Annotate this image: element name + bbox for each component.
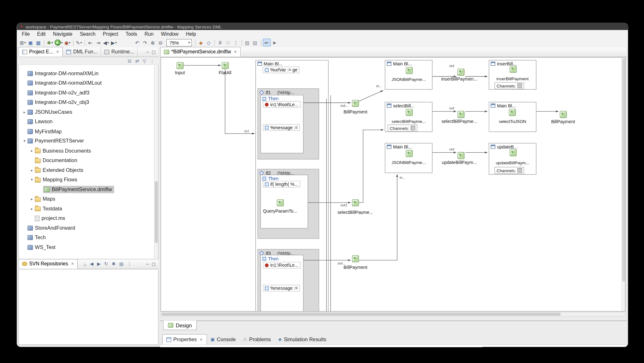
if3-statement-1[interactable]: in1:\Root\Le... <box>263 262 301 269</box>
tree-item[interactable]: Tech <box>19 233 158 243</box>
title-bar[interactable]: ✦ workspace - PaymentRESTServer/Mapping … <box>17 23 628 30</box>
main-block-insert[interactable]: Main Bl... JSONBillPayme... <box>385 60 432 90</box>
view-menu-icon[interactable]: ⋮ <box>150 58 154 64</box>
forward-button[interactable]: ▶▾ <box>110 39 118 46</box>
tab-svn-repositories[interactable]: SVN Repositories ✕ <box>19 259 78 269</box>
close-icon[interactable]: ✕ <box>200 337 203 342</box>
menu-help[interactable]: Help <box>182 30 200 38</box>
scrollbar-thumb[interactable] <box>622 58 625 281</box>
back-button[interactable]: ◀▾ <box>102 39 110 46</box>
minimize-icon[interactable]: ─ <box>146 50 149 54</box>
run-button[interactable]: ▶▾ <box>54 39 63 46</box>
selectbillpayment-map-node[interactable] <box>352 199 359 206</box>
billpayment-map-node-1[interactable] <box>352 100 359 107</box>
tab-problems[interactable]: ⚠ Problems <box>239 334 274 345</box>
billpayment-map-node-2[interactable] <box>352 255 359 262</box>
canvas-horizontal-scrollbar[interactable] <box>161 312 626 316</box>
menu-project[interactable]: Project <box>99 30 122 38</box>
if1-statement-2[interactable]: %message := <box>263 124 300 131</box>
updatebillpayment-map-node[interactable] <box>457 152 464 159</box>
filter-icon[interactable]: ▽ <box>143 58 146 64</box>
tree-scrollbar[interactable] <box>154 65 158 258</box>
flatall-node[interactable] <box>222 62 229 69</box>
properties-view-content[interactable] <box>160 345 627 348</box>
refresh-icon[interactable]: ↻ <box>104 261 108 267</box>
if3-statement-2[interactable]: %message := <box>263 285 300 292</box>
new-button[interactable]: ⊞▾ <box>19 39 27 46</box>
delete-icon[interactable]: ✖ <box>112 261 116 267</box>
home-icon[interactable]: ⌂ <box>83 262 86 267</box>
highlight-button[interactable]: ✏ <box>263 39 271 46</box>
canvas-vertical-scrollbar[interactable] <box>621 57 625 311</box>
tree-item[interactable]: project.ms <box>19 214 158 223</box>
collapse-all-icon[interactable]: ⊟ <box>128 58 132 64</box>
layout-button[interactable]: ◈ <box>197 39 205 46</box>
tree-item[interactable]: Integrator-DM-normalXMLin <box>19 69 158 78</box>
minimize-icon[interactable]: ─ <box>146 262 149 266</box>
tree-item[interactable]: ▸Business Documents <box>19 146 158 156</box>
scrollbar-thumb[interactable] <box>155 181 158 243</box>
tree-item[interactable]: Integrator-DM-o2v_obj3 <box>19 98 158 107</box>
menu-run[interactable]: Run <box>141 30 157 38</box>
undo-button[interactable]: ↶ <box>133 39 141 46</box>
close-icon[interactable]: ✕ <box>234 50 237 54</box>
main-block-select-json[interactable]: Main Bl... selectToJSON <box>489 102 536 132</box>
channels-field[interactable]: Channels: <box>494 82 524 89</box>
tab-billpaymentservice-editor[interactable]: *BillPaymentService.dmlflw ✕ <box>160 47 241 57</box>
outline-button[interactable]: ▨ <box>251 39 259 46</box>
scrollbar-thumb[interactable] <box>161 313 560 316</box>
tree-item[interactable]: ▸Extended Objects <box>19 165 158 175</box>
selectbillpayment-map-node-2[interactable] <box>457 111 464 118</box>
save-all-button[interactable]: ▦ <box>34 39 42 46</box>
menu-search[interactable]: Search <box>76 30 99 38</box>
tab-project-explorer[interactable]: Project E... ✕ <box>19 47 63 57</box>
tree-item-selected[interactable]: BillPaymentService.dmlflw <box>19 185 158 194</box>
route-button[interactable]: ◇ <box>205 39 213 46</box>
grid-button[interactable]: # <box>216 39 224 46</box>
debug-button[interactable]: ✱▾ <box>46 39 54 46</box>
tree-item[interactable]: WS_Test <box>19 243 158 252</box>
tree-item[interactable]: ▸JSONUseCases <box>19 107 158 117</box>
previous-annotation-button[interactable]: ⇤ <box>86 39 94 46</box>
menu-tools[interactable]: Tools <box>122 30 141 38</box>
tree-item[interactable]: ▸Testdata <box>19 204 158 214</box>
selectbill-block[interactable]: selectBill... selectBillPayme... Channel… <box>385 102 432 132</box>
expand-closed-icon[interactable]: ▸ <box>29 207 35 211</box>
close-icon[interactable]: ✕ <box>71 262 74 266</box>
guides-button[interactable]: ⋮ <box>232 39 240 46</box>
insertbillpayment-map-node[interactable] <box>457 69 464 76</box>
updatebill-adapter-block[interactable]: updateB... updateBillPaym... Channels: <box>489 143 536 175</box>
if1-statement-1[interactable]: in1:\Root\Le... <box>263 101 301 108</box>
input-node[interactable] <box>176 62 183 69</box>
tab-simulation-results[interactable]: ◈ Simulation Results <box>275 334 330 345</box>
profile-button[interactable]: ◉▾ <box>63 39 71 46</box>
svn-repositories-view[interactable] <box>19 269 159 345</box>
expand-closed-icon[interactable]: ▸ <box>21 110 28 114</box>
expand-closed-icon[interactable]: ▸ <box>29 149 35 153</box>
view-menu-icon[interactable]: ⋮ <box>127 261 132 267</box>
tree-item[interactable]: ▸Maps <box>19 194 158 204</box>
save-button[interactable]: ▣ <box>27 39 35 46</box>
menu-navigate[interactable]: Navigate <box>49 30 76 38</box>
channels-field[interactable]: Channels: <box>494 167 524 174</box>
tab-console[interactable]: ▣ Console <box>207 334 239 345</box>
menu-edit[interactable]: Edit <box>33 30 49 38</box>
link-editor-icon[interactable]: ⇄ <box>135 58 139 64</box>
insertbill-adapter-block[interactable]: inserBill... inserBillPayment Channels: <box>489 60 536 90</box>
forward-icon[interactable]: ▶ <box>97 261 101 267</box>
close-icon[interactable]: ✕ <box>56 50 59 54</box>
external-tools-button[interactable]: ✎▾ <box>75 39 83 46</box>
urlvar-statement[interactable]: %urlVar := ge <box>263 67 300 73</box>
maximize-icon[interactable]: ▢ <box>152 262 156 266</box>
select-cursor-button[interactable]: ➤ <box>271 39 278 46</box>
tree-item[interactable]: Lawson <box>19 117 158 127</box>
zoom-select[interactable]: 75%▾ <box>166 39 192 46</box>
expand-open-icon[interactable]: ▾ <box>29 178 35 182</box>
if2-statement-1[interactable]: if( length( %... <box>263 181 300 187</box>
new-repository-icon[interactable]: ▤ <box>119 261 124 267</box>
channels-field[interactable]: Channels: <box>388 124 417 131</box>
billpayment-output-node[interactable] <box>560 111 567 118</box>
tree-item[interactable]: Integrator-DM-o2v_adf3 <box>19 88 158 98</box>
tree-item[interactable]: Integrator-DM-normalXMLout <box>19 78 158 88</box>
align-button[interactable]: ∷ <box>224 39 232 46</box>
